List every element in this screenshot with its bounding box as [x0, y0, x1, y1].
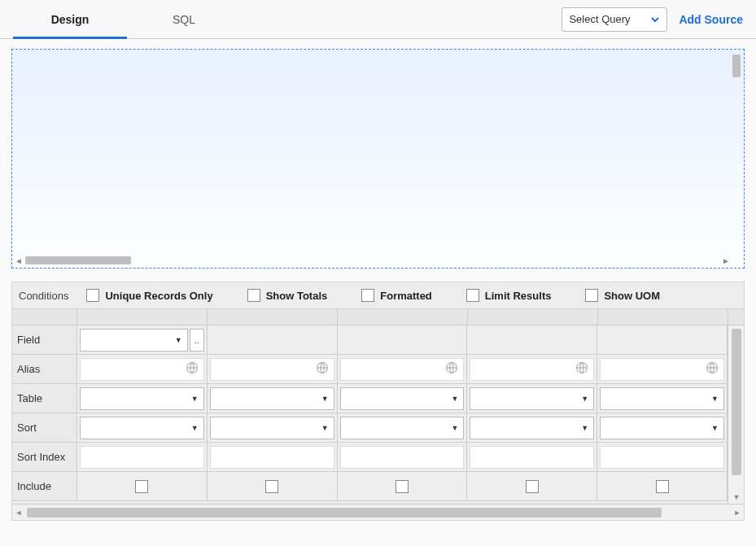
table-cell [338, 384, 468, 413]
scroll-down-icon[interactable]: ▼ [728, 491, 745, 504]
scrollbar-track[interactable] [24, 256, 721, 264]
sort-dropdown[interactable] [80, 417, 204, 439]
row-label-table: Table [12, 384, 77, 413]
field-more-button[interactable]: .. [190, 329, 204, 352]
alias-cell[interactable] [467, 355, 597, 383]
include-checkbox[interactable] [526, 480, 539, 493]
table-dropdown[interactable] [600, 387, 724, 410]
include-cell [467, 472, 597, 500]
row-include: Include [12, 472, 728, 501]
scrollbar-track[interactable] [25, 508, 731, 518]
sort-index-cell[interactable] [467, 443, 597, 471]
checkbox-box [361, 289, 374, 302]
scrollbar-thumb[interactable] [732, 329, 741, 475]
grid-column-header[interactable] [208, 309, 338, 325]
table-dropdown[interactable] [470, 387, 594, 410]
grid-vertical-scrollbar[interactable]: ▼ [728, 325, 744, 504]
tab-design[interactable]: Design [13, 0, 127, 38]
field-cell[interactable] [597, 325, 728, 354]
select-query-dropdown[interactable]: Select Query [562, 7, 667, 32]
scroll-left-icon[interactable]: ◄ [14, 256, 24, 265]
checkbox-label: Formatted [380, 290, 432, 302]
field-grid: Field .. Alias [11, 309, 745, 521]
field-dropdown[interactable] [80, 329, 188, 352]
checkbox-box [466, 289, 479, 302]
sort-index-cell[interactable] [597, 443, 728, 471]
field-cell[interactable] [208, 325, 338, 354]
include-checkbox[interactable] [656, 480, 669, 493]
row-field: Field .. [12, 325, 728, 355]
scrollbar-thumb[interactable] [732, 55, 741, 77]
table-dropdown[interactable] [80, 387, 204, 410]
include-cell [597, 472, 728, 500]
tab-sql[interactable]: SQL [127, 0, 241, 38]
table-dropdown[interactable] [210, 387, 334, 410]
globe-icon[interactable] [575, 361, 588, 377]
globe-icon[interactable] [316, 361, 329, 377]
include-checkbox[interactable] [135, 480, 148, 493]
sort-index-cell[interactable] [208, 443, 338, 471]
scrollbar-thumb[interactable] [27, 508, 662, 518]
design-canvas[interactable]: ◄ ► [11, 49, 745, 269]
checkbox-unique-records[interactable]: Unique Records Only [86, 289, 212, 302]
globe-icon[interactable] [445, 361, 458, 377]
row-alias: Alias [12, 355, 728, 384]
canvas-vertical-scrollbar[interactable] [731, 53, 742, 251]
checkbox-show-uom[interactable]: Show UOM [585, 289, 660, 302]
tabs: Design SQL [13, 0, 241, 38]
table-cell [467, 384, 597, 413]
table-dropdown[interactable] [340, 387, 465, 410]
include-checkbox[interactable] [265, 480, 278, 493]
tab-sql-label: SQL [173, 13, 195, 26]
globe-icon[interactable] [186, 361, 199, 377]
sort-index-cell[interactable] [77, 443, 208, 471]
sort-cell [208, 413, 338, 442]
include-cell [77, 472, 208, 500]
sort-cell [338, 413, 468, 442]
scroll-right-icon[interactable]: ► [731, 505, 744, 521]
grid-column-header[interactable] [77, 309, 208, 325]
checkbox-limit-results[interactable]: Limit Results [466, 289, 552, 302]
field-cell[interactable] [338, 325, 468, 354]
topbar: Design SQL Select Query Add Source [0, 0, 756, 39]
grid-column-header[interactable] [338, 309, 468, 325]
grid-body: Field .. Alias [12, 325, 728, 504]
field-cell[interactable] [467, 325, 597, 354]
include-checkbox[interactable] [395, 480, 409, 493]
grid-column-header[interactable] [598, 309, 728, 325]
grid-horizontal-scrollbar[interactable]: ◄ ► [12, 504, 744, 520]
scroll-right-icon[interactable]: ► [721, 256, 731, 265]
scroll-left-icon[interactable]: ◄ [12, 505, 25, 521]
grid-column-header[interactable] [468, 309, 598, 325]
canvas-horizontal-scrollbar[interactable]: ◄ ► [14, 255, 731, 266]
grid-header-corner [12, 309, 77, 325]
conditions-bar: Conditions Unique Records Only Show Tota… [11, 282, 745, 309]
alias-cell[interactable] [77, 355, 208, 383]
sort-cell [597, 413, 728, 442]
row-label-include: Include [12, 472, 77, 500]
row-sort: Sort [12, 413, 728, 443]
alias-cell[interactable] [338, 355, 468, 383]
checkbox-box [247, 289, 260, 302]
table-cell [77, 384, 208, 413]
checkbox-show-totals[interactable]: Show Totals [247, 289, 328, 302]
chevron-down-icon [650, 15, 660, 24]
checkbox-formatted[interactable]: Formatted [361, 289, 432, 302]
conditions-label: Conditions [19, 290, 68, 302]
add-source-link[interactable]: Add Source [679, 13, 743, 26]
row-label-sort: Sort [12, 413, 77, 442]
sort-dropdown[interactable] [600, 417, 724, 439]
sort-cell [77, 413, 208, 442]
sort-index-cell[interactable] [338, 443, 468, 471]
sort-dropdown[interactable] [210, 417, 334, 439]
checkbox-label: Show Totals [266, 290, 328, 302]
sort-dropdown[interactable] [340, 417, 465, 439]
include-cell [208, 472, 338, 500]
row-table: Table [12, 384, 728, 413]
select-query-label: Select Query [569, 13, 630, 25]
alias-cell[interactable] [597, 355, 728, 383]
globe-icon[interactable] [706, 361, 719, 377]
alias-cell[interactable] [208, 355, 338, 383]
scrollbar-thumb[interactable] [25, 256, 131, 264]
sort-dropdown[interactable] [470, 417, 594, 439]
